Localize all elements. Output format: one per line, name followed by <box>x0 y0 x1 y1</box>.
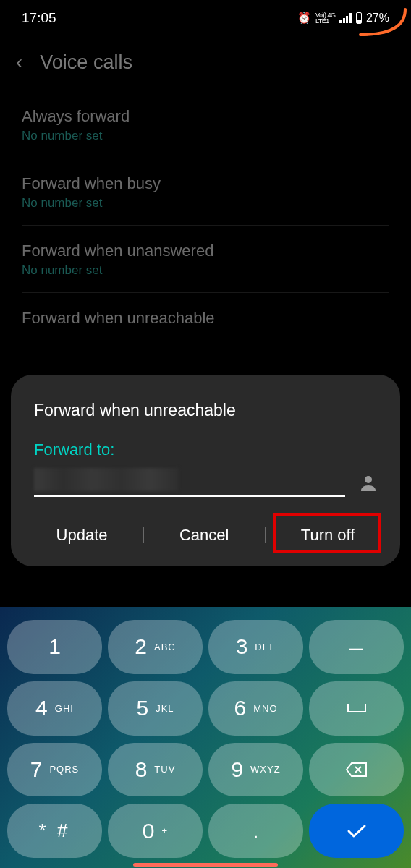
alarm-icon: ⏰ <box>297 12 311 25</box>
setting-always-forward[interactable]: Always forward No number set <box>22 91 389 158</box>
page-header: ‹ Voice calls <box>0 36 411 91</box>
setting-title: Forward when busy <box>22 174 389 193</box>
key-7[interactable]: 7PQRS <box>7 743 102 797</box>
key-symbols[interactable]: * # <box>7 804 102 858</box>
divider <box>265 527 266 543</box>
setting-subtitle: No number set <box>22 196 389 210</box>
numeric-keypad: 1 2ABC 3DEF – 4GHI 5JKL 6MNO 7PQRS 8TUV … <box>0 607 411 868</box>
dialog-title: Forward when unreachable <box>34 401 377 420</box>
key-1[interactable]: 1 <box>7 620 102 674</box>
update-button[interactable]: Update <box>48 520 116 550</box>
setting-title: Forward when unreachable <box>22 309 389 328</box>
backspace-icon <box>346 762 368 778</box>
setting-forward-busy[interactable]: Forward when busy No number set <box>22 158 389 226</box>
key-4[interactable]: 4GHI <box>7 681 102 736</box>
cancel-button[interactable]: Cancel <box>171 520 237 550</box>
setting-forward-unreachable[interactable]: Forward when unreachable <box>22 293 389 345</box>
redacted-value <box>34 468 179 491</box>
key-minus[interactable]: – <box>309 620 404 674</box>
key-5[interactable]: 5JKL <box>108 681 203 736</box>
page-title: Voice calls <box>40 51 132 74</box>
key-6[interactable]: 6MNO <box>208 681 303 736</box>
setting-subtitle: No number set <box>22 263 389 278</box>
contact-picker-icon[interactable] <box>360 474 377 491</box>
network-indicator: Vo)) 4G LTE1 <box>315 12 336 24</box>
checkmark-icon <box>347 824 367 838</box>
divider <box>143 527 144 543</box>
key-backspace[interactable] <box>309 743 404 797</box>
setting-title: Always forward <box>22 107 389 126</box>
key-3[interactable]: 3DEF <box>208 620 303 674</box>
gesture-bar[interactable] <box>133 863 278 867</box>
setting-title: Forward when unanswered <box>22 242 389 260</box>
dialog-button-row: Update Cancel Turn off <box>34 520 377 550</box>
signal-icon <box>339 13 352 23</box>
forward-dialog: Forward when unreachable Forward to: Upd… <box>11 375 400 566</box>
key-dot[interactable]: . <box>208 804 303 858</box>
corner-decoration <box>353 6 411 38</box>
keypad-row: 1 2ABC 3DEF – <box>7 620 404 674</box>
space-icon <box>347 704 366 712</box>
setting-subtitle: No number set <box>22 129 389 143</box>
status-bar: 17:05 ⏰ Vo)) 4G LTE1 27% <box>0 0 411 36</box>
turn-off-button[interactable]: Turn off <box>292 520 364 550</box>
key-space[interactable] <box>309 681 404 736</box>
dialog-label: Forward to: <box>34 441 377 459</box>
keypad-row: 7PQRS 8TUV 9WXYZ <box>7 743 404 797</box>
back-icon[interactable]: ‹ <box>16 51 22 74</box>
status-time: 17:05 <box>22 10 56 26</box>
key-0[interactable]: 0+ <box>108 804 203 858</box>
key-2[interactable]: 2ABC <box>108 620 203 674</box>
keypad-row: 4GHI 5JKL 6MNO <box>7 681 404 736</box>
svg-point-0 <box>365 476 372 483</box>
key-8[interactable]: 8TUV <box>108 743 203 797</box>
phone-number-input[interactable] <box>34 468 345 497</box>
key-9[interactable]: 9WXYZ <box>208 743 303 797</box>
key-enter[interactable] <box>309 804 404 858</box>
setting-forward-unanswered[interactable]: Forward when unanswered No number set <box>22 226 389 293</box>
settings-list: Always forward No number set Forward whe… <box>0 91 411 345</box>
keypad-row: * # 0+ . <box>7 804 404 858</box>
